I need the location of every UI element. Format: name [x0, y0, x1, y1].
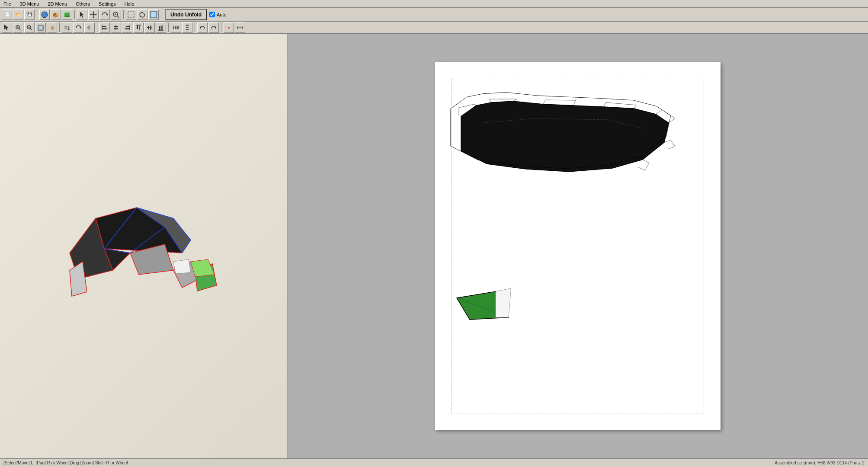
tb2-align-bottom[interactable] — [156, 22, 166, 33]
svg-marker-30 — [80, 26, 81, 29]
undo-unfold-button[interactable]: Undo Unfold — [165, 9, 207, 20]
open-button[interactable]: 📂 — [13, 10, 23, 20]
tb2-grid-snap[interactable] — [224, 22, 234, 33]
svg-rect-55 — [186, 27, 189, 28]
select-mode-button[interactable] — [77, 10, 87, 20]
svg-rect-28 — [39, 26, 42, 29]
svg-marker-32 — [90, 25, 92, 30]
sep6 — [97, 23, 97, 32]
rotate-button[interactable] — [99, 10, 110, 20]
svg-rect-38 — [114, 28, 118, 29]
sep5 — [59, 23, 60, 32]
svg-marker-9 — [93, 11, 94, 13]
svg-marker-80 — [496, 288, 511, 317]
tb2-align-top[interactable] — [133, 22, 144, 33]
svg-line-15 — [117, 16, 119, 18]
status-right-text: Assembled size(mm): H56 W93 D114 (Parts:… — [775, 461, 865, 465]
tb2-rotate-2d[interactable] — [73, 22, 83, 33]
toolbar1: 📄 📂 💾 — [0, 8, 868, 22]
svg-rect-41 — [125, 28, 129, 29]
menu-3d[interactable]: 3D Menu — [18, 1, 41, 6]
menu-settings[interactable]: Settings — [97, 1, 118, 6]
sep1 — [37, 10, 37, 19]
sep9 — [221, 23, 221, 32]
svg-rect-44 — [139, 26, 140, 30]
cube-button[interactable] — [51, 10, 61, 20]
svg-marker-13 — [107, 13, 108, 16]
tb2-align-right[interactable] — [122, 22, 132, 33]
tb2-select[interactable] — [2, 22, 12, 33]
svg-rect-46 — [148, 26, 149, 29]
svg-point-0 — [42, 12, 48, 18]
status-left-text: [Select/Move] L, [Pan] R or Wheel,Drag [… — [3, 461, 775, 465]
unfolded-shapes-svg — [444, 86, 695, 423]
tb2-align-middle[interactable] — [144, 22, 155, 33]
svg-rect-35 — [102, 28, 107, 29]
auto-checkbox[interactable] — [209, 12, 215, 17]
svg-line-21 — [19, 29, 21, 30]
tb2-redo[interactable] — [208, 22, 219, 33]
svg-rect-43 — [137, 26, 138, 29]
menu-bar: File 3D Menu 2D Menu Others Settings Hel… — [0, 0, 868, 8]
tb2-zoom-out[interactable] — [24, 22, 35, 33]
box-select-button[interactable] — [126, 10, 136, 20]
svg-rect-37 — [114, 26, 118, 27]
svg-point-61 — [228, 27, 230, 29]
tb2-hand[interactable] — [47, 22, 57, 33]
zoom-button[interactable] — [111, 10, 121, 20]
svg-point-6 — [64, 16, 70, 17]
auto-label: Auto — [217, 12, 227, 17]
toolbar2: P1 — [0, 22, 868, 34]
lasso-button[interactable] — [137, 10, 147, 20]
svg-rect-18 — [128, 12, 134, 18]
svg-rect-47 — [150, 26, 151, 30]
save-button[interactable]: 💾 — [24, 10, 35, 20]
menu-file[interactable]: File — [2, 1, 13, 6]
tb2-undo[interactable] — [197, 22, 208, 33]
svg-rect-56 — [186, 29, 189, 30]
svg-marker-73 — [191, 259, 215, 277]
sep7 — [168, 23, 169, 32]
svg-marker-74 — [173, 259, 191, 274]
menu-others[interactable]: Others — [74, 1, 92, 6]
right-panel-2d[interactable] — [288, 34, 868, 458]
tb2-distribute-h[interactable] — [171, 22, 181, 33]
svg-line-25 — [30, 29, 32, 30]
tb2-measure[interactable] — [235, 22, 245, 33]
svg-marker-31 — [87, 25, 90, 30]
sep2 — [74, 10, 75, 19]
svg-marker-10 — [93, 17, 94, 18]
sphere-button[interactable] — [39, 10, 50, 20]
svg-marker-11 — [90, 14, 91, 16]
menu-help[interactable]: Help — [123, 1, 136, 6]
status-bar: [Select/Move] L, [Pan] R or Wheel,Drag [… — [0, 458, 868, 467]
menu-2d[interactable]: 2D Menu — [46, 1, 69, 6]
tb2-distribute-v[interactable] — [182, 22, 192, 33]
tb2-place[interactable]: P1 — [62, 22, 72, 33]
auto-checkbox-area: Auto — [209, 12, 227, 17]
svg-rect-54 — [186, 25, 189, 26]
face-select-button[interactable] — [148, 10, 159, 20]
svg-rect-51 — [173, 26, 174, 29]
sep3 — [123, 10, 124, 19]
move-button[interactable] — [88, 10, 99, 20]
svg-rect-34 — [102, 26, 106, 27]
svg-rect-52 — [175, 26, 176, 29]
tb2-flip[interactable] — [84, 22, 95, 33]
paper-canvas — [435, 62, 721, 430]
svg-rect-49 — [159, 26, 160, 30]
svg-rect-19 — [151, 12, 157, 18]
tb2-align-center[interactable] — [111, 22, 121, 33]
main-content — [0, 34, 868, 458]
left-panel-3d[interactable] — [0, 34, 288, 458]
cylinder-button[interactable] — [62, 10, 72, 20]
tb2-zoom-in[interactable] — [13, 22, 23, 33]
svg-marker-12 — [96, 14, 97, 16]
tb2-align-left[interactable] — [99, 22, 110, 33]
svg-rect-50 — [161, 26, 163, 30]
new-button[interactable]: 📄 — [2, 10, 12, 20]
svg-rect-40 — [126, 26, 129, 27]
tb2-fit[interactable] — [35, 22, 46, 33]
svg-rect-53 — [177, 26, 179, 29]
sep8 — [195, 23, 195, 32]
